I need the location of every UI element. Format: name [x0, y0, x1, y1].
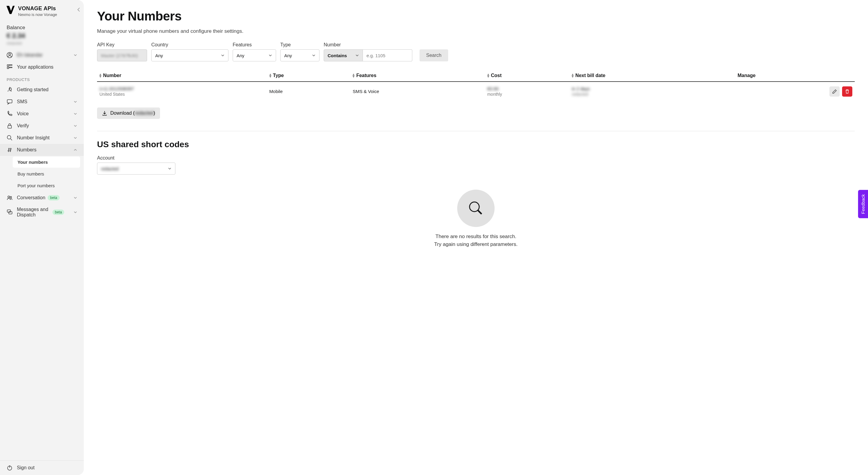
api-key-label: API Key — [97, 42, 147, 47]
row-features: SMS & Voice — [350, 81, 485, 101]
chevron-down-icon — [269, 54, 272, 57]
edit-button[interactable] — [830, 87, 840, 97]
row-number: (+1) 2012938397 — [99, 86, 265, 91]
power-icon — [7, 465, 13, 471]
sidebar-item-voice[interactable]: Voice — [0, 108, 84, 120]
sidebar-item-applications[interactable]: Your applications — [0, 61, 84, 73]
account-label: Account — [97, 155, 855, 161]
svg-rect-4 — [7, 67, 9, 69]
account-select[interactable]: redacted — [97, 163, 176, 175]
subnav-buy-numbers[interactable]: Buy numbers — [13, 168, 80, 179]
sms-icon — [7, 99, 13, 105]
sidebar-item-sign-out[interactable]: Sign out — [0, 461, 84, 475]
chevron-down-icon — [73, 54, 77, 56]
svg-point-11 — [10, 197, 12, 198]
col-cost[interactable]: ▴▾Cost — [485, 70, 569, 81]
numbers-subnav: Your numbers Buy numbers Port your numbe… — [0, 156, 84, 192]
search-icon — [7, 135, 13, 141]
row-next-bill-sub: redacted — [572, 92, 733, 97]
subnav-port-numbers[interactable]: Port your numbers — [13, 180, 80, 191]
vonage-logo-icon — [6, 5, 15, 14]
products-section-label: PRODUCTS — [0, 73, 84, 84]
col-next-bill[interactable]: ▴▾Next bill date — [569, 70, 735, 81]
country-label: Country — [151, 42, 228, 47]
api-key-select: Master (2787fb30) — [97, 49, 147, 61]
chevron-down-icon — [312, 54, 315, 57]
rocket-icon — [7, 87, 13, 93]
svg-rect-7 — [7, 100, 12, 103]
sidebar-item-numbers[interactable]: Numbers — [0, 144, 84, 156]
row-period: monthly — [487, 92, 567, 97]
sidebar-item-number-insight[interactable]: Number Insight — [0, 132, 84, 144]
balance-block: Balance € 2.34 redacted — [0, 22, 84, 49]
sort-icon: ▴▾ — [270, 73, 271, 78]
number-label: Number — [324, 42, 412, 47]
shortcodes-title: US shared short codes — [97, 140, 855, 149]
page-description: Manage your virtual phone numbers and co… — [97, 28, 855, 34]
chevron-down-icon — [73, 137, 77, 139]
sidebar-item-conversation[interactable]: Conversation beta — [0, 192, 84, 204]
sidebar-collapse-button[interactable] — [77, 7, 80, 12]
svg-rect-2 — [7, 65, 9, 66]
sidebar-item-messages-dispatch[interactable]: Messages and Dispatch beta — [0, 204, 84, 220]
subnav-your-numbers[interactable]: Your numbers — [13, 157, 80, 168]
sort-icon: ▴▾ — [99, 73, 101, 78]
phone-icon — [7, 111, 13, 117]
empty-message-2: Try again using different parameters. — [97, 241, 855, 247]
type-select[interactable]: Any — [280, 49, 319, 61]
chevron-down-icon — [73, 211, 77, 213]
sidebar-item-sms[interactable]: SMS — [0, 96, 84, 108]
features-select[interactable]: Any — [233, 49, 276, 61]
page-title: Your Numbers — [97, 9, 855, 24]
row-type: Mobile — [267, 81, 350, 101]
chevron-down-icon — [355, 54, 359, 57]
country-select[interactable]: Any — [151, 49, 228, 61]
hash-icon — [7, 147, 13, 153]
number-input-wrapper — [363, 49, 412, 61]
number-mode-select[interactable]: Contains — [324, 49, 363, 61]
delete-button[interactable] — [842, 87, 852, 97]
number-input[interactable] — [367, 53, 408, 58]
sort-icon: ▴▾ — [352, 73, 354, 78]
brand-title: VONAGE APIs — [18, 5, 57, 12]
col-type[interactable]: ▴▾Type — [267, 70, 350, 81]
trash-icon — [845, 89, 849, 94]
sidebar-item-verify[interactable]: Verify — [0, 120, 84, 132]
svg-point-10 — [8, 196, 10, 198]
balance-sub: redacted — [7, 41, 77, 45]
user-icon — [7, 52, 13, 58]
features-label: Features — [233, 42, 276, 47]
download-button[interactable]: Download (redacted) — [97, 107, 160, 119]
col-features[interactable]: ▴▾Features — [350, 70, 485, 81]
search-button[interactable]: Search — [420, 49, 448, 61]
download-icon — [102, 110, 107, 116]
beta-badge: beta — [48, 195, 59, 201]
chat-icon — [7, 209, 13, 215]
empty-message-1: There are no results for this search. — [97, 234, 855, 240]
row-cost: €0.90 — [487, 86, 567, 91]
section-divider — [97, 131, 855, 131]
sort-icon: ▴▾ — [487, 73, 489, 78]
sidebar-item-getting-started[interactable]: Getting started — [0, 84, 84, 96]
chevron-down-icon — [73, 112, 77, 115]
main-content: Your Numbers Manage your virtual phone n… — [84, 0, 868, 475]
chevron-down-icon — [73, 125, 77, 127]
pencil-icon — [832, 89, 837, 94]
empty-state: There are no results for this search. Tr… — [97, 183, 855, 258]
numbers-table: ▴▾Number ▴▾Type ▴▾Features ▴▾Cost ▴▾Next… — [97, 70, 855, 101]
col-number[interactable]: ▴▾Number — [97, 70, 267, 81]
feedback-tab[interactable]: Feedback — [858, 190, 868, 218]
table-row: (+1) 2012938397 United States Mobile SMS… — [97, 81, 855, 101]
svg-point-15 — [470, 202, 479, 212]
sidebar-item-user[interactable]: Eh Iskandar — [0, 49, 84, 61]
empty-state-icon — [457, 190, 495, 227]
row-country: United States — [99, 92, 265, 97]
chevron-down-icon — [168, 167, 172, 170]
sort-icon: ▴▾ — [572, 73, 574, 78]
chevron-down-icon — [73, 101, 77, 103]
row-next-bill: in 2 days — [572, 86, 733, 91]
people-icon — [7, 195, 13, 201]
chevron-down-icon — [73, 197, 77, 199]
chevron-up-icon — [73, 149, 77, 151]
svg-rect-3 — [9, 65, 12, 65]
